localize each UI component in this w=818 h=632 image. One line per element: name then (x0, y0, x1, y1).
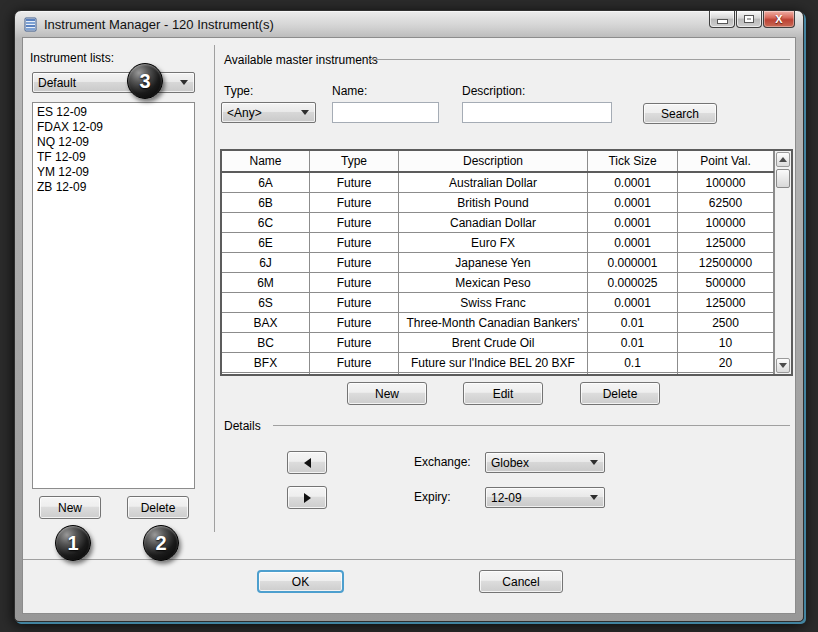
table-cell: 125000 (678, 293, 774, 312)
table-cell: Swiss Franc (399, 293, 588, 312)
table-cell: 20 (678, 353, 774, 372)
master-table-header: NameTypeDescriptionTick SizePoint Val. (222, 151, 791, 173)
table-cell: 6C (222, 213, 310, 232)
annotation-badge-1: 1 (55, 525, 91, 561)
table-cell: Future (310, 313, 399, 332)
arrow-left-icon (304, 458, 311, 468)
chevron-down-icon (590, 460, 598, 465)
table-cell: BFX (222, 353, 310, 372)
table-row[interactable]: 6MFutureMexican Peso0.000025500000 (222, 273, 791, 293)
table-cell: Future (310, 233, 399, 252)
instrument-listbox[interactable]: ES 12-09FDAX 12-09NQ 12-09TF 12-09YM 12-… (32, 102, 195, 489)
minimize-button[interactable] (709, 11, 735, 28)
table-cell: Future (310, 193, 399, 212)
table-cell: Future sur l'Indice BEL 20 BXF (399, 353, 588, 372)
list-item[interactable]: ES 12-09 (33, 105, 194, 120)
name-filter-input[interactable] (332, 102, 439, 123)
column-header[interactable]: Tick Size (588, 151, 678, 171)
table-cell: 10 (678, 333, 774, 352)
table-cell: 100000 (678, 213, 774, 232)
window-title: Instrument Manager - 120 Instrument(s) (44, 17, 274, 32)
instrument-manager-window: Instrument Manager - 120 Instrument(s) X… (14, 10, 804, 622)
table-row[interactable]: BAXFutureThree-Month Canadian Bankers'0.… (222, 313, 791, 333)
table-scrollbar[interactable] (774, 151, 791, 374)
table-cell: 6A (222, 173, 310, 192)
master-instruments-table: NameTypeDescriptionTick SizePoint Val. 6… (220, 149, 793, 376)
column-header[interactable]: Point Val. (678, 151, 774, 171)
column-header[interactable]: Name (222, 151, 310, 171)
scroll-up-button[interactable] (776, 152, 790, 167)
table-cell: Mexican Peso (399, 273, 588, 292)
details-section-line (273, 425, 790, 426)
scroll-down-button[interactable] (776, 358, 790, 373)
ok-button[interactable]: OK (257, 570, 344, 593)
instrument-lists-label: Instrument lists: (30, 51, 114, 65)
table-cell: 6M (222, 273, 310, 292)
table-row[interactable]: 6SFutureSwiss Franc0.0001125000 (222, 293, 791, 313)
annotation-badge-3: 3 (127, 63, 163, 99)
list-new-button[interactable]: New (39, 496, 101, 519)
expiry-selected-value: 12-09 (491, 491, 522, 505)
table-cell: Future (310, 293, 399, 312)
scrollbar-thumb[interactable] (776, 169, 790, 188)
table-cell: 6J (222, 253, 310, 272)
table-cell: 6B (222, 193, 310, 212)
table-row[interactable]: BFXFutureFuture sur l'Indice BEL 20 BXF0… (222, 353, 791, 373)
instrument-list-select[interactable]: Default (32, 72, 195, 93)
table-cell: Future (310, 373, 399, 376)
list-item[interactable]: ZB 12-09 (33, 180, 194, 195)
expiry-label: Expiry: (414, 490, 451, 504)
exchange-label: Exchange: (414, 455, 471, 469)
table-row[interactable]: 6AFutureAustralian Dollar0.0001100000 (222, 173, 791, 193)
close-button[interactable]: X (763, 11, 795, 28)
table-cell: Future (310, 353, 399, 372)
table-cell: 6S (222, 293, 310, 312)
panel-separator (214, 45, 215, 532)
expiry-select[interactable]: 12-09 (485, 487, 605, 508)
description-filter-input[interactable] (462, 102, 612, 123)
desktop-background: { "window": { "title": "Instrument Manag… (0, 0, 818, 632)
table-cell: 0.000001 (588, 253, 678, 272)
maximize-button[interactable] (736, 11, 762, 28)
search-button[interactable]: Search (643, 103, 717, 124)
table-cell: Future (310, 273, 399, 292)
table-row[interactable]: BHFutureHeating Oil Financial Futures0.0… (222, 373, 791, 376)
master-new-button[interactable]: New (347, 382, 427, 405)
list-delete-button[interactable]: Delete (127, 496, 189, 519)
list-item[interactable]: FDAX 12-09 (33, 120, 194, 135)
column-header[interactable]: Description (399, 151, 588, 171)
table-cell: BH (222, 373, 310, 376)
move-right-button[interactable] (287, 486, 327, 509)
list-item[interactable]: NQ 12-09 (33, 135, 194, 150)
list-item[interactable]: TF 12-09 (33, 150, 194, 165)
table-row[interactable]: 6EFutureEuro FX0.0001125000 (222, 233, 791, 253)
column-header[interactable]: Type (310, 151, 399, 171)
move-left-button[interactable] (287, 451, 327, 474)
table-cell: Canadian Dollar (399, 213, 588, 232)
close-icon: X (775, 14, 782, 25)
table-cell: Future (310, 333, 399, 352)
table-row[interactable]: 6BFutureBritish Pound0.000162500 (222, 193, 791, 213)
master-delete-button[interactable]: Delete (580, 382, 660, 405)
table-cell: 0.0001 (588, 193, 678, 212)
table-row[interactable]: BCFutureBrent Crude Oil0.0110 (222, 333, 791, 353)
list-item[interactable]: YM 12-09 (33, 165, 194, 180)
cancel-button[interactable]: Cancel (479, 570, 563, 593)
titlebar[interactable]: Instrument Manager - 120 Instrument(s) X (15, 11, 803, 37)
table-cell: Heating Oil Financial Futures (399, 373, 588, 376)
table-row[interactable]: 6JFutureJapanese Yen0.00000112500000 (222, 253, 791, 273)
master-edit-button[interactable]: Edit (463, 382, 543, 405)
table-row[interactable]: 6CFutureCanadian Dollar0.0001100000 (222, 213, 791, 233)
table-cell: Australian Dollar (399, 173, 588, 192)
exchange-select[interactable]: Globex (485, 452, 605, 473)
table-cell: 42000 (678, 373, 774, 376)
arrow-right-icon (304, 493, 311, 503)
table-cell: Euro FX (399, 233, 588, 252)
table-cell: 0.01 (588, 333, 678, 352)
table-cell: Brent Crude Oil (399, 333, 588, 352)
table-cell: 6E (222, 233, 310, 252)
table-cell: 500000 (678, 273, 774, 292)
table-cell: 0.0001 (588, 233, 678, 252)
type-filter-select[interactable]: <Any> (221, 102, 316, 123)
table-cell: 0.1 (588, 353, 678, 372)
